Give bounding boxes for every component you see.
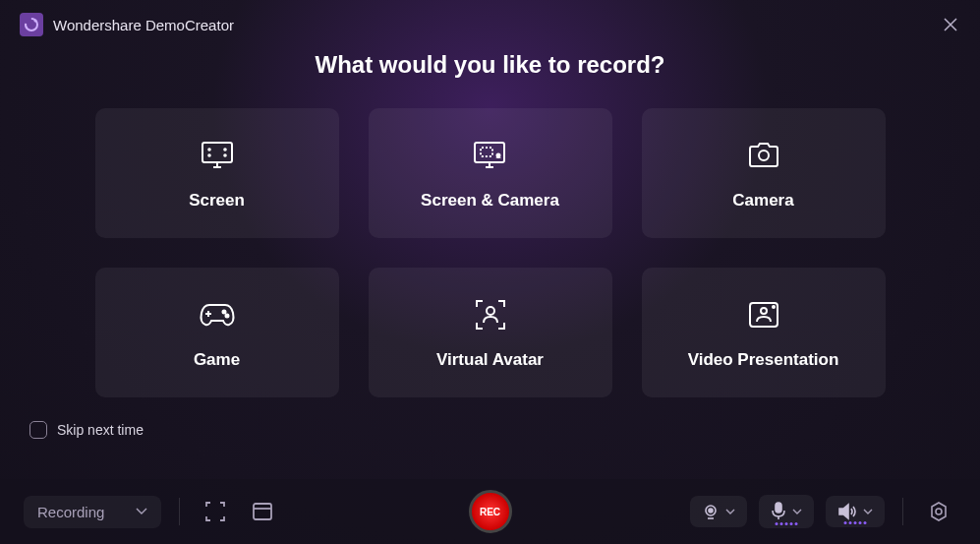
svg-rect-27 — [776, 503, 781, 513]
option-game[interactable]: Game — [95, 268, 339, 397]
svg-marker-29 — [932, 503, 946, 520]
svg-point-21 — [761, 308, 767, 314]
svg-point-0 — [24, 17, 39, 32]
divider — [902, 498, 903, 525]
skip-label: Skip next time — [57, 422, 144, 438]
record-button[interactable]: REC — [469, 490, 512, 533]
mode-label: Recording — [37, 504, 104, 520]
svg-rect-9 — [475, 143, 504, 162]
option-video-presentation[interactable]: Video Presentation — [642, 268, 886, 397]
chevron-down-icon — [863, 507, 873, 517]
main-heading: What would you like to record? — [0, 51, 980, 79]
svg-point-26 — [709, 509, 713, 513]
svg-rect-12 — [481, 148, 492, 156]
window-button[interactable] — [245, 494, 280, 529]
bottom-bar: Recording REC — [0, 479, 980, 544]
svg-point-18 — [225, 315, 228, 318]
svg-rect-2 — [202, 143, 232, 162]
svg-point-13 — [496, 154, 499, 157]
mode-select[interactable]: Recording — [24, 496, 161, 528]
titlebar: Wondershare DemoCreator — [0, 0, 980, 45]
svg-point-22 — [773, 306, 775, 308]
record-label: REC — [480, 507, 500, 517]
microphone-toggle[interactable] — [759, 495, 814, 528]
svg-point-6 — [224, 149, 226, 151]
option-label: Screen — [189, 191, 245, 211]
chevron-down-icon — [725, 507, 735, 517]
video-presentation-icon — [744, 295, 783, 334]
svg-point-19 — [487, 307, 494, 315]
skip-checkbox[interactable] — [29, 421, 47, 439]
webcam-toggle[interactable] — [690, 496, 747, 527]
option-label: Virtual Avatar — [436, 350, 544, 370]
divider — [179, 498, 180, 525]
option-label: Camera — [732, 191, 793, 211]
svg-point-5 — [208, 149, 210, 151]
svg-point-8 — [224, 154, 226, 156]
app-title: Wondershare DemoCreator — [53, 17, 234, 33]
app-logo-icon — [20, 13, 43, 36]
chevron-down-icon — [792, 507, 802, 517]
svg-point-17 — [222, 311, 225, 314]
option-screen[interactable]: Screen — [95, 108, 339, 238]
titlebar-left: Wondershare DemoCreator — [20, 13, 234, 36]
game-icon — [198, 295, 237, 334]
svg-point-30 — [936, 509, 942, 514]
screen-camera-icon — [471, 136, 510, 175]
option-label: Video Presentation — [688, 350, 839, 370]
crop-screen-button[interactable] — [198, 494, 233, 529]
speaker-indicator — [844, 521, 867, 524]
screen-icon — [198, 136, 237, 175]
option-screen-camera[interactable]: Screen & Camera — [369, 108, 612, 238]
svg-rect-23 — [254, 504, 271, 519]
mic-indicator — [776, 522, 798, 525]
close-button[interactable] — [941, 15, 960, 34]
option-camera[interactable]: Camera — [642, 108, 886, 238]
svg-point-14 — [759, 151, 769, 160]
settings-button[interactable] — [921, 494, 956, 529]
svg-point-1 — [34, 20, 37, 23]
svg-point-7 — [208, 154, 210, 156]
option-label: Screen & Camera — [421, 191, 559, 211]
virtual-avatar-icon — [471, 295, 510, 334]
option-label: Game — [194, 350, 240, 370]
skip-row: Skip next time — [0, 397, 980, 439]
speaker-toggle[interactable] — [826, 496, 885, 527]
chevron-down-icon — [136, 507, 147, 517]
options-grid: Screen Screen & Camera Camera Game Virtu… — [0, 108, 980, 397]
option-virtual-avatar[interactable]: Virtual Avatar — [369, 268, 612, 397]
camera-icon — [744, 136, 783, 175]
